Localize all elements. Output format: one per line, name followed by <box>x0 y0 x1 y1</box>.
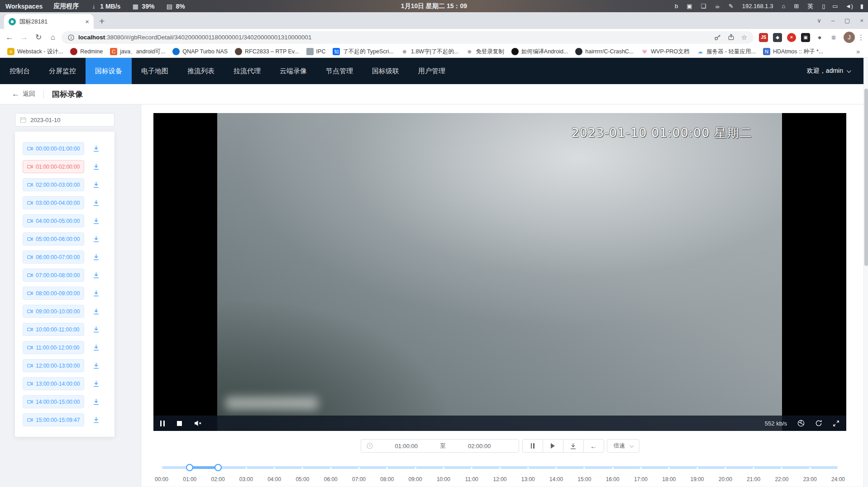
new-tab-button[interactable]: + <box>99 16 105 27</box>
window-restore-icon[interactable]: ▢ <box>844 17 850 24</box>
player-mute-icon[interactable] <box>194 420 202 426</box>
bookmark-item[interactable]: QNAP Turbo NAS <box>169 48 231 55</box>
bookmark-item[interactable]: IPC <box>303 48 329 55</box>
extension-icon[interactable]: ▣ <box>801 33 810 42</box>
extension-icon[interactable]: ◆ <box>815 33 824 42</box>
record-range-button[interactable]: 08:00:00-09:00:00 <box>23 287 84 300</box>
record-range-button[interactable]: 15:00:00-15:09:47 <box>23 413 84 426</box>
browser-tab[interactable]: 国标28181 × <box>4 14 94 29</box>
record-range-button[interactable]: 12:00:00-13:00:00 <box>23 359 84 372</box>
bookmark-item[interactable]: ⊕ 1.8W字|了不起的... <box>397 48 462 56</box>
tray-icons-group-2[interactable]: ⌂⊞ <box>782 3 799 9</box>
download-record-button[interactable] <box>93 254 100 260</box>
download-record-button[interactable] <box>93 344 100 351</box>
cpu-indicator[interactable]: ▦ 39% <box>131 3 154 10</box>
back-button[interactable]: ← 返回 <box>12 90 35 99</box>
bookmark-item[interactable]: C java、android可... <box>106 48 169 56</box>
bookmark-item[interactable]: 如何编译Android... <box>508 48 572 56</box>
tab-search-icon[interactable]: ∨ <box>817 17 821 24</box>
language-indicator[interactable]: 英 <box>807 2 813 10</box>
window-minimize-icon[interactable]: – <box>831 17 835 24</box>
screenshot-app-icon[interactable]: ▣ <box>687 3 692 9</box>
record-range-button[interactable]: 11:00:00-12:00:00 <box>23 341 84 354</box>
bookmark-item[interactable]: ☁ 服务器 - 轻量应用... <box>693 48 759 56</box>
workspace-switcher-icon[interactable]: ⊞ <box>794 3 799 9</box>
record-range-button[interactable]: 03:00:00-04:00:00 <box>23 196 84 209</box>
timeline-handle[interactable] <box>215 464 222 471</box>
extension-icon[interactable]: ▥ <box>829 33 838 42</box>
download-record-button[interactable] <box>93 163 100 170</box>
download-record-button[interactable] <box>93 290 100 297</box>
timeline-handle[interactable] <box>186 464 193 471</box>
back-icon[interactable]: ← <box>4 32 15 43</box>
bookmark-star-icon[interactable]: ☆ <box>741 33 747 42</box>
download-record-button[interactable] <box>93 199 100 206</box>
bookmark-item[interactable]: ⊕ 免登录复制 <box>462 48 508 56</box>
record-range-button[interactable]: 10:00:00-11:00:00 <box>23 323 84 336</box>
speed-dropdown[interactable]: 倍速 <box>607 439 639 453</box>
extension-icon[interactable]: ◆ <box>773 33 782 42</box>
tablet-icon[interactable]: ▯ <box>822 3 825 9</box>
home-icon[interactable]: ⌂ <box>47 32 59 43</box>
bookmark-item[interactable]: RFC2833 – RTP Ev... <box>231 48 303 55</box>
clipboard-icon[interactable]: ❏ <box>701 3 706 9</box>
nav-item[interactable]: 节点管理 <box>316 58 362 84</box>
download-button[interactable] <box>563 439 584 453</box>
share-icon[interactable] <box>728 34 734 41</box>
bookmark-item[interactable]: ≡ Webstack - 设计... <box>4 48 67 56</box>
nav-item[interactable]: 国标级联 <box>362 58 409 84</box>
nav-item[interactable]: 用户管理 <box>409 58 455 84</box>
nav-item[interactable]: 拉流代理 <box>224 58 270 84</box>
scrollbar-thumb[interactable] <box>864 89 868 266</box>
record-range-button[interactable]: 14:00:00-15:00:00 <box>23 395 84 408</box>
bookmark-item[interactable]: Redmine <box>67 48 106 55</box>
record-range-button[interactable]: 09:00:00-10:00:00 <box>23 305 84 318</box>
system-clock[interactable]: 1月10日 星期二 15：09 <box>401 2 467 10</box>
download-record-button[interactable] <box>93 236 100 242</box>
color-picker-icon[interactable]: ✎ <box>729 3 734 9</box>
download-record-button[interactable] <box>93 326 100 333</box>
player-pause-icon[interactable] <box>160 421 165 426</box>
refresh-icon[interactable] <box>815 420 822 427</box>
pause-button[interactable] <box>522 439 543 453</box>
network-speed-indicator[interactable]: ↓ 1 MB/s <box>90 3 120 10</box>
time-range-picker[interactable]: 01:00:00 至 02:00:00 <box>361 439 519 453</box>
site-info-icon[interactable] <box>68 34 74 41</box>
record-range-button[interactable]: 07:00:00-08:00:00 <box>23 269 84 282</box>
memory-indicator[interactable]: ▤ 8% <box>165 3 185 10</box>
record-range-button[interactable]: 01:00:00-02:00:00 <box>23 160 84 173</box>
start-time-input[interactable]: 01:00:00 <box>373 443 440 449</box>
download-record-button[interactable] <box>93 362 100 369</box>
display-icon[interactable]: ▭ <box>832 3 838 9</box>
nav-item[interactable]: 分屏监控 <box>39 58 86 84</box>
download-record-button[interactable] <box>93 272 100 279</box>
fullscreen-icon[interactable] <box>833 420 839 427</box>
record-range-button[interactable]: 04:00:00-05:00:00 <box>23 214 84 227</box>
download-record-button[interactable] <box>93 308 100 315</box>
download-record-button[interactable] <box>93 398 100 405</box>
download-record-button[interactable] <box>93 416 100 423</box>
battery-icon[interactable]: ▮ <box>860 3 863 9</box>
play-button[interactable] <box>543 439 563 453</box>
tab-close-icon[interactable]: × <box>85 18 89 25</box>
forward-icon[interactable]: → <box>18 32 30 43</box>
password-key-icon[interactable] <box>714 34 721 41</box>
record-range-button[interactable]: 02:00:00-03:00:00 <box>23 178 84 191</box>
browser-menu-icon[interactable]: ⋮ <box>858 33 864 42</box>
video-player[interactable]: 2023-01-10 01:00:00 星期二 552 kb/s <box>153 113 846 431</box>
workspaces-button[interactable]: Workspaces <box>5 3 43 10</box>
bing-icon[interactable]: b <box>675 3 678 9</box>
record-range-button[interactable]: 13:00:00-14:00:00 <box>23 377 84 390</box>
nav-item[interactable]: 推流列表 <box>178 58 224 84</box>
volume-icon[interactable]: ◄) <box>845 3 853 9</box>
end-time-input[interactable]: 02:00:00 <box>446 443 513 449</box>
bookmarks-overflow-button[interactable]: » <box>856 48 864 55</box>
bookmark-item[interactable]: N HDAtmos :: 种子 *... <box>759 48 827 56</box>
extension-icon[interactable]: JS <box>759 33 768 42</box>
record-range-button[interactable]: 06:00:00-07:00:00 <box>23 251 84 264</box>
home-icon[interactable]: ⌂ <box>782 3 785 9</box>
date-picker-input[interactable]: 2023-01-10 <box>15 113 114 127</box>
ip-address-indicator[interactable]: 192.168.1.3 <box>742 3 773 9</box>
timeline[interactable]: 00:0001:0002:0003:0004:0005:0006:0007:00… <box>162 460 838 487</box>
nav-item[interactable]: 国标设备 <box>86 58 132 84</box>
